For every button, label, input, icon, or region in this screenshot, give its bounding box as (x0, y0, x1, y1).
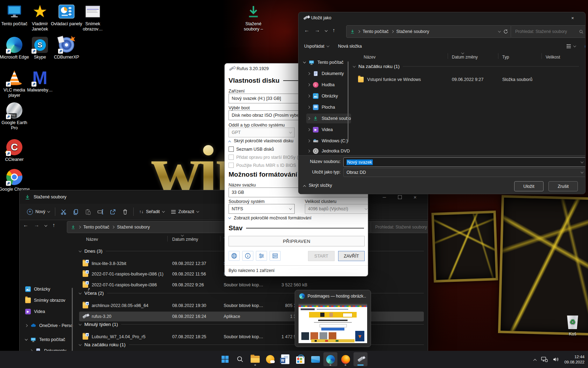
desktop-icon-ccleaner[interactable]: C ↗ CCleaner (0, 138, 30, 162)
back-icon[interactable]: ← (304, 27, 309, 33)
close-button[interactable]: ZAVŘÍT (338, 251, 365, 261)
tree-item-windows-c[interactable]: Windows (C:) (306, 136, 351, 146)
tray-chevron-up-icon[interactable] (533, 359, 537, 362)
history-chevron-icon[interactable] (325, 29, 328, 32)
desktop-icon-screenshot[interactable]: Snímek obrazov… (77, 3, 109, 32)
taskbar-explorer-button[interactable] (248, 352, 262, 366)
tree-item-music[interactable]: ♪ Hudba (306, 80, 351, 90)
search-input[interactable] (374, 224, 428, 230)
help-icon[interactable]: ? (585, 43, 586, 49)
tree-item-desktop[interactable]: Plocha (306, 102, 351, 112)
column-header-date[interactable]: Datum změny (172, 237, 198, 242)
file-row-selected[interactable]: rufus-3.20 08.08.2022 16:24 Aplikace 1 3… (79, 312, 424, 321)
tree-scrollbar[interactable] (348, 61, 349, 142)
cluster-select[interactable]: 4096 bajtů (Výchozí) (305, 204, 368, 214)
copy-button[interactable] (70, 207, 82, 217)
group-header-last-week[interactable]: Minulý týden (1) (79, 322, 424, 327)
address-bar[interactable]: Tento počítač Stažené soubory (346, 25, 512, 38)
new-folder-button[interactable]: Nová složka (338, 44, 362, 49)
desktop-icon-malwarebytes[interactable]: M ↗ Malwareby… (24, 69, 56, 93)
desktop-icon-cdburnerxp[interactable]: ↗ CDBurnerXP (50, 36, 83, 60)
file-row[interactable]: 2022-07-01-raspios-bullseye-i386 09.08.2… (79, 280, 424, 290)
column-header-name[interactable]: Název (364, 55, 376, 60)
breadcrumb-root[interactable]: Tento počítač (83, 225, 109, 230)
sort-button[interactable]: ↑↓Seřadit (136, 207, 167, 216)
mail-button[interactable] (308, 352, 322, 366)
advanced-drive-toggle[interactable]: Skrýt pokročilé vlastnosti disku (229, 138, 293, 143)
cancel-button[interactable]: Zrušit (548, 181, 578, 191)
share-icon[interactable] (107, 207, 119, 217)
tray-clock[interactable]: 12:44 09.08.2022 (564, 354, 584, 365)
tree-item-documents[interactable]: Dokumenty (306, 69, 351, 79)
tree-item-this-pc[interactable]: Tento počítač (302, 57, 350, 67)
taskbar-firefox-button[interactable] (338, 352, 352, 366)
bios-fix-checkbox[interactable]: Přidat opravu pro starší BIOSy (ext (229, 155, 304, 160)
save-dialog-titlebar[interactable]: Uložit jako × (299, 12, 585, 23)
breadcrumb-root[interactable]: Tento počítač (363, 29, 388, 34)
log-button[interactable] (270, 251, 281, 261)
group-header-start-of-year[interactable]: Na začátku roku (1) (79, 342, 424, 347)
save-button[interactable]: Uložit (514, 181, 544, 191)
back-icon[interactable]: ← (23, 222, 28, 228)
organize-button[interactable]: Uspořádat (304, 44, 329, 49)
new-button[interactable]: + Nový (24, 207, 53, 217)
taskbar-edge-button[interactable] (323, 352, 337, 366)
sidebar-scrollbar[interactable] (72, 288, 73, 352)
save-dialog-search-box[interactable] (511, 25, 586, 38)
start-button[interactable]: START (308, 251, 335, 261)
language-globe-button[interactable] (229, 251, 240, 261)
column-header-type[interactable]: Typ (502, 55, 509, 60)
search-input[interactable] (514, 29, 576, 34)
view-toggle-button[interactable] (566, 43, 576, 49)
breadcrumb-current[interactable]: Stažené soubory (396, 29, 429, 34)
refresh-icon[interactable] (503, 29, 508, 34)
desktop-icon-chrome[interactable]: ↗ Google Chrome (0, 168, 30, 192)
column-header-size[interactable]: Velikost (546, 55, 560, 60)
paste-button[interactable] (82, 207, 94, 217)
filename-input[interactable]: Nový svazek (343, 157, 586, 167)
forward-icon[interactable]: → (34, 222, 39, 228)
usb-list-checkbox[interactable]: Seznam USB disků (229, 146, 274, 152)
column-header-name[interactable]: Název (86, 237, 98, 242)
group-header-start-of-year[interactable]: Na začátku roku (1) (353, 64, 579, 69)
file-row[interactable]: archlinux-2022.08.05-x86_64 08.08.2022 1… (79, 301, 424, 311)
cut-button[interactable] (57, 207, 70, 217)
info-button[interactable] (242, 251, 253, 261)
file-row[interactable]: Vstupní funkce ve Windows 09.06.2022 9:2… (353, 75, 579, 84)
address-dropdown-icon[interactable] (498, 29, 501, 32)
explorer-search-box[interactable] (371, 221, 428, 233)
history-chevron-icon[interactable] (44, 224, 47, 226)
view-button[interactable]: Zobrazit (168, 207, 202, 217)
column-header-date[interactable]: Datum změny (452, 55, 478, 60)
desktop-icon-recycle-bin[interactable]: ♻ Koš (556, 313, 588, 337)
start-button[interactable] (218, 352, 232, 366)
close-icon[interactable]: × (565, 12, 580, 23)
breadcrumb-current[interactable]: Stažené soubory (117, 225, 150, 230)
advanced-format-toggle[interactable]: Zobrazit pokročilé možnosti formátování (229, 216, 312, 220)
forward-icon[interactable]: → (315, 27, 320, 33)
file-row[interactable]: Lubuntu_W7_14.04_Pro_r5 07.08.2022 18:25… (79, 332, 424, 342)
tree-item-pictures[interactable]: Obrázky (306, 91, 351, 101)
up-icon[interactable]: ↑ (332, 27, 335, 33)
desktop-icon-google-earth[interactable]: Pro ↗ Google Earth Pro (0, 102, 30, 131)
partition-select[interactable]: GPT (229, 128, 295, 137)
settings-button[interactable] (256, 251, 267, 261)
tree-item-videos[interactable]: ▶ Videa (306, 125, 351, 135)
network-icon[interactable] (541, 356, 548, 362)
group-header-yesterday[interactable]: Včera (2) (79, 291, 424, 296)
taskbar-rufus-button[interactable] (354, 352, 368, 366)
taskbar-preview-popup[interactable]: Postimages — hosting obrázk… ▼ (295, 290, 371, 347)
filesystem-select[interactable]: NTFS (229, 204, 295, 214)
tree-item-downloads[interactable]: Stažené soubor (306, 114, 351, 123)
search-button[interactable] (233, 352, 247, 366)
widgets-button[interactable] (263, 352, 277, 366)
preview-thumbnail[interactable]: ▼ (299, 303, 367, 343)
up-icon[interactable]: ↑ (52, 222, 55, 228)
filetype-select[interactable]: Obraz DD (343, 168, 586, 177)
word-button[interactable]: W (278, 352, 292, 366)
volume-icon[interactable] (553, 356, 559, 362)
rename-button[interactable] (94, 207, 107, 217)
hide-folders-button[interactable]: Skrýt složky (303, 183, 332, 188)
tree-item-dvd-drive[interactable]: Jednotka DVD ( (306, 147, 351, 155)
store-button[interactable] (293, 352, 307, 366)
